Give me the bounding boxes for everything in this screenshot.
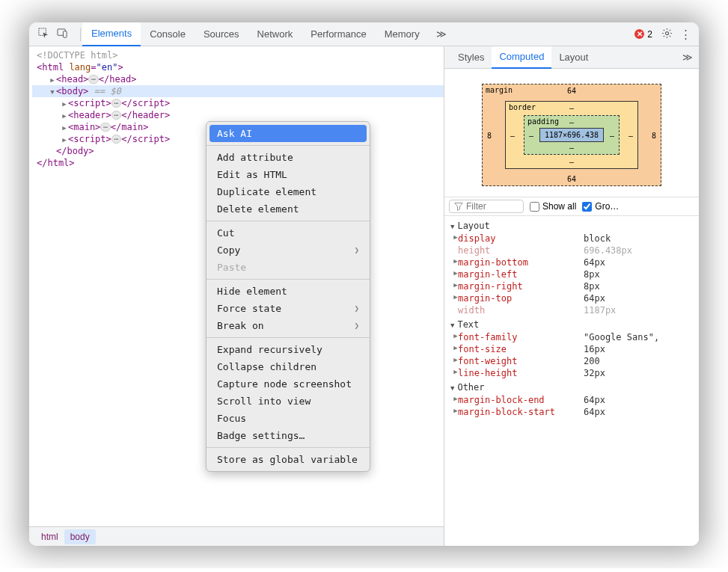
dom-node-body-open[interactable]: ▼<body> == $0 <box>32 85 444 97</box>
box-margin-top: 64 <box>567 87 576 95</box>
ctx-ask-ai[interactable]: Ask AI <box>209 125 367 142</box>
tab-console[interactable]: Console <box>141 22 195 46</box>
box-margin-left: 8 <box>487 131 492 139</box>
context-menu: Ask AI Add attribute Edit as HTML Duplic… <box>206 121 370 472</box>
ctx-edit-html[interactable]: Edit as HTML <box>207 166 370 183</box>
prop-margin-left[interactable]: ▶margin-left8px <box>449 268 694 280</box>
subtabs-overflow[interactable]: ≫ <box>682 52 693 63</box>
sidebar-tabs: Styles Computed Layout ≫ <box>444 46 699 69</box>
svg-point-3 <box>665 31 668 34</box>
ctx-copy[interactable]: Copy❯ <box>207 242 370 259</box>
group-text[interactable]: Text <box>449 316 694 331</box>
tab-sources[interactable]: Sources <box>195 22 248 46</box>
ctx-add-attribute[interactable]: Add attribute <box>207 149 370 166</box>
settings-icon[interactable] <box>661 28 673 41</box>
error-count: 2 <box>647 29 652 40</box>
dom-tree[interactable]: <!DOCTYPE html> <html lang="en"> ▶<head>… <box>29 46 444 526</box>
inspect-icon[interactable] <box>38 28 49 41</box>
prop-line-height[interactable]: ▶line-height32px <box>449 367 694 379</box>
dom-breadcrumb: html body <box>29 526 444 546</box>
ctx-capture[interactable]: Capture node screenshot <box>207 375 370 393</box>
dom-node-head[interactable]: ▶<head>⋯</head> <box>32 73 444 85</box>
breadcrumb-body[interactable]: body <box>64 529 96 544</box>
dom-node-doctype[interactable]: <!DOCTYPE html> <box>32 49 444 61</box>
prop-margin-block-end[interactable]: ▶margin-block-end64px <box>449 394 694 406</box>
ctx-force-state[interactable]: Force state❯ <box>207 300 370 317</box>
tab-memory[interactable]: Memory <box>376 22 429 46</box>
show-all-checkbox[interactable]: Show all <box>530 201 576 212</box>
group-layout[interactable]: Layout <box>449 218 694 233</box>
dom-node-script-1[interactable]: ▶<script>⋯</script> <box>32 97 444 109</box>
prop-margin-bottom[interactable]: ▶margin-bottom64px <box>449 256 694 268</box>
ctx-expand[interactable]: Expand recursively <box>207 341 370 358</box>
dom-node-html-open[interactable]: <html lang="en"> <box>32 61 444 73</box>
more-menu-icon[interactable]: ⋮ <box>680 28 691 41</box>
breadcrumb-html[interactable]: html <box>35 529 64 544</box>
prop-margin-top[interactable]: ▶margin-top64px <box>449 292 694 304</box>
ctx-paste: Paste <box>207 259 370 276</box>
box-margin-right: 8 <box>652 131 656 139</box>
prop-height[interactable]: height696.438px <box>449 245 694 256</box>
computed-properties: Layout ▶displayblock height696.438px ▶ma… <box>444 216 699 425</box>
ctx-focus[interactable]: Focus <box>207 410 370 427</box>
ctx-cut[interactable]: Cut <box>207 224 370 242</box>
ctx-hide[interactable]: Hide element <box>207 283 370 300</box>
error-badge[interactable]: ✕ 2 <box>634 29 652 40</box>
svg-rect-2 <box>63 31 67 37</box>
subtab-layout[interactable]: Layout <box>551 46 596 69</box>
tab-network[interactable]: Network <box>248 22 302 46</box>
subtab-computed[interactable]: Computed <box>492 46 551 69</box>
computed-filter-row: Filter Show all Gro… <box>444 197 699 216</box>
box-model[interactable]: margin 64 64 8 8 border – – – – padding … <box>444 69 699 197</box>
box-content: 1187×696.438 <box>539 128 604 142</box>
chevron-right-icon: ❯ <box>354 245 359 255</box>
box-margin-bottom: 64 <box>567 175 576 183</box>
tab-elements[interactable]: Elements <box>82 22 141 46</box>
styles-sidebar: Styles Computed Layout ≫ margin 64 64 8 … <box>444 46 699 546</box>
prop-width[interactable]: width1187px <box>449 304 694 316</box>
tab-performance[interactable]: Performance <box>302 22 375 46</box>
prop-font-family[interactable]: ▶font-family"Google Sans", <box>449 331 694 343</box>
prop-margin-right[interactable]: ▶margin-right8px <box>449 280 694 292</box>
ctx-scroll[interactable]: Scroll into view <box>207 393 370 410</box>
tabs-overflow[interactable]: ≫ <box>429 28 454 40</box>
prop-font-weight[interactable]: ▶font-weight200 <box>449 355 694 367</box>
elements-panel: <!DOCTYPE html> <html lang="en"> ▶<head>… <box>29 46 444 546</box>
computed-filter-input[interactable]: Filter <box>449 200 524 213</box>
box-padding-label: padding <box>527 117 559 126</box>
box-border-label: border <box>509 103 536 111</box>
main-toolbar: Elements Console Sources Network Perform… <box>29 22 699 46</box>
group-checkbox[interactable]: Gro… <box>582 201 619 212</box>
prop-font-size[interactable]: ▶font-size16px <box>449 343 694 355</box>
ctx-collapse[interactable]: Collapse children <box>207 358 370 375</box>
ctx-break-on[interactable]: Break on❯ <box>207 317 370 334</box>
box-margin-label: margin <box>486 86 513 94</box>
device-toggle-icon[interactable] <box>57 28 68 41</box>
devtools-window: Elements Console Sources Network Perform… <box>29 22 699 546</box>
filter-icon <box>454 202 463 211</box>
subtab-styles[interactable]: Styles <box>450 46 492 69</box>
prop-display[interactable]: ▶displayblock <box>449 233 694 245</box>
dom-node-header[interactable]: ▶<header>⋯</header> <box>32 109 444 121</box>
chevron-right-icon: ❯ <box>354 304 359 313</box>
ctx-store[interactable]: Store as global variable <box>207 451 370 468</box>
chevron-right-icon: ❯ <box>354 321 359 330</box>
ctx-delete[interactable]: Delete element <box>207 200 370 218</box>
prop-margin-block-start[interactable]: ▶margin-block-start64px <box>449 406 694 418</box>
group-other[interactable]: Other <box>449 379 694 394</box>
error-icon: ✕ <box>634 29 644 39</box>
ctx-duplicate[interactable]: Duplicate element <box>207 183 370 200</box>
ctx-badge[interactable]: Badge settings… <box>207 427 370 444</box>
